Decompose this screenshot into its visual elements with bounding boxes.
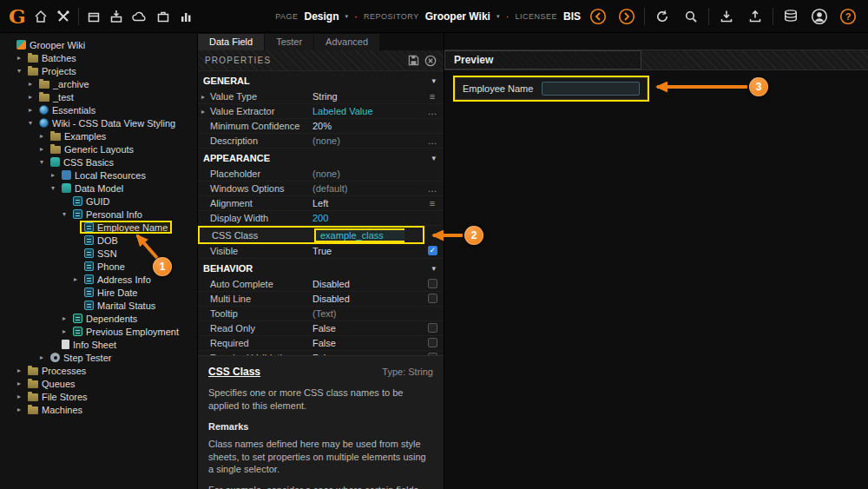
import-icon[interactable] [108,6,125,27]
tree-item-machines[interactable]: ▸Machines [0,403,197,416]
page-value[interactable]: Design [304,10,339,23]
tree-expander-icon[interactable]: ▸ [60,314,69,322]
property-row-minimum-confidence[interactable]: Minimum Confidence20% [198,119,444,134]
tree-item-local-resources[interactable]: ▸Local Resources [0,169,197,182]
download-icon[interactable] [715,6,738,27]
tree-expander-icon[interactable]: ▸ [26,106,35,114]
checkbox-unchecked[interactable] [428,353,437,356]
home-icon[interactable] [32,6,49,27]
tree-item-info-sheet[interactable]: Info Sheet [0,338,197,351]
chevron-down-icon[interactable]: ▾ [345,13,348,20]
tree-item-archive[interactable]: ▸_archive [0,77,197,90]
tree-item-dob[interactable]: DOB [0,234,197,247]
cloud-icon[interactable] [131,6,148,27]
tree-item-step-tester[interactable]: ▸Step Tester [0,351,197,364]
tree-expander-icon[interactable]: ▾ [26,119,35,127]
save-icon[interactable] [408,55,419,66]
tree-expander-icon[interactable]: ▾ [60,210,69,218]
property-row-description[interactable]: Description(none)… [198,134,444,149]
help-icon[interactable]: ? [837,6,859,27]
tree-item-generic-layouts[interactable]: ▸Generic Layouts [0,142,197,155]
checkbox-unchecked[interactable] [428,323,437,333]
tree-expander-icon[interactable]: ▸ [15,54,23,62]
tab-advanced[interactable]: Advanced [314,34,379,50]
property-row-auto-complete[interactable]: Auto CompleteDisabled [198,277,444,292]
tree-expander-icon[interactable]: ▾ [49,184,57,192]
tree-item-dependents[interactable]: ▸Dependents [0,312,197,325]
upload-icon[interactable] [744,6,766,27]
tree-item-essentials[interactable]: ▸Essentials [0,103,197,116]
batch-icon[interactable] [85,6,102,27]
menu-icon[interactable]: ≡ [425,92,439,102]
stats-icon[interactable] [177,6,194,27]
user-icon[interactable] [808,6,831,27]
back-icon[interactable] [587,6,609,27]
checkbox-checked[interactable] [428,246,437,255]
chevron-down-icon[interactable]: ▾ [496,13,500,20]
menu-icon[interactable]: ≡ [425,199,439,208]
property-row-required[interactable]: RequiredFalse [198,336,444,351]
tree-expander-icon[interactable]: ▸ [37,132,46,140]
checkbox-unchecked[interactable] [428,338,437,347]
tree-expander-icon[interactable]: ▸ [37,354,46,361]
tree-item-employee-name[interactable]: Employee Name [0,221,197,234]
tree-item-examples[interactable]: ▸Examples [0,129,197,142]
tree-item-hire-date[interactable]: Hire Date [0,286,197,299]
repository-value[interactable]: Grooper Wiki [425,10,490,23]
layers-icon[interactable] [779,6,802,27]
tree-expander-icon[interactable]: ▸ [15,406,23,413]
close-icon[interactable] [424,55,437,67]
tree-item-wiki-css-data-view-styling[interactable]: ▾Wiki - CSS Data View Styling [0,116,197,129]
ellipsis-icon[interactable]: … [425,107,439,116]
property-row-alignment[interactable]: AlignmentLeft≡ [198,196,444,211]
tree-expander-icon[interactable]: ▸ [15,393,23,400]
property-row-value-type[interactable]: ▸Value TypeString≡ [198,89,444,104]
row-expander-icon[interactable]: ▸ [201,108,210,116]
tree-item-grooper-wiki[interactable]: Grooper Wiki [0,38,197,51]
tree-expander-icon[interactable]: ▸ [15,367,23,374]
tree-item-processes[interactable]: ▸Processes [0,364,197,377]
property-row-placeholder[interactable]: Placeholder(none) [198,167,444,182]
tree-expander-icon[interactable]: ▾ [37,158,46,166]
tree-item-css-basics[interactable]: ▾CSS Basics [0,155,197,169]
tree-expander-icon[interactable]: ▸ [49,171,57,179]
search-icon[interactable] [680,6,702,27]
preview-field-input[interactable] [542,82,640,96]
property-row-multi-line[interactable]: Multi LineDisabled [198,292,444,307]
tree-item-previous-employment[interactable]: ▸Previous Employment [0,325,197,338]
tab-tester[interactable]: Tester [265,34,313,50]
refresh-icon[interactable] [651,6,674,27]
checkbox-unchecked[interactable] [428,279,437,288]
tree-item-file-stores[interactable]: ▸File Stores [0,390,197,403]
property-row-read-only[interactable]: Read OnlyFalse [198,321,444,336]
property-row-css-class[interactable]: CSS Classexample_class [198,226,424,244]
tree-expander-icon[interactable]: ▸ [71,275,80,283]
tree-expander-icon[interactable]: ▸ [26,80,35,88]
row-expander-icon[interactable]: ▸ [201,93,210,101]
property-row-windows-options[interactable]: Windows Options(default)… [198,182,444,196]
job-icon[interactable] [155,6,172,27]
tree-expander-icon[interactable]: ▸ [15,380,23,387]
ellipsis-icon[interactable]: … [425,184,439,194]
tree-item-guid[interactable]: GUID [0,195,197,208]
tree-item-queues[interactable]: ▸Queues [0,377,197,390]
tools-icon[interactable] [55,6,72,27]
section-header-general[interactable]: GENERAL▾ [198,71,444,89]
checkbox-unchecked[interactable] [428,294,437,303]
css-class-input[interactable]: example_class [314,228,404,242]
forward-icon[interactable] [615,6,638,27]
section-header-behavior[interactable]: BEHAVIOR▾ [198,259,444,277]
tree-item-data-model[interactable]: ▾Data Model [0,182,197,195]
tree-expander-icon[interactable]: ▾ [15,67,23,75]
tree-item-personal-info[interactable]: ▾Personal Info [0,208,197,221]
tree-expander-icon[interactable]: ▸ [60,327,69,335]
property-row-display-width[interactable]: Display Width200 [198,211,444,226]
tree-item-test[interactable]: ▸_test [0,90,197,103]
tree-expander-icon[interactable]: ▸ [26,93,35,101]
property-row-visible[interactable]: VisibleTrue [198,244,444,259]
section-header-appearance[interactable]: APPEARANCE▾ [198,149,444,167]
tab-data-field[interactable]: Data Field [198,34,264,50]
property-row-tooltip[interactable]: Tooltip(Text) [198,307,444,321]
tree-item-batches[interactable]: ▸Batches [0,51,197,64]
tree-item-marital-status[interactable]: Marital Status [0,299,197,312]
